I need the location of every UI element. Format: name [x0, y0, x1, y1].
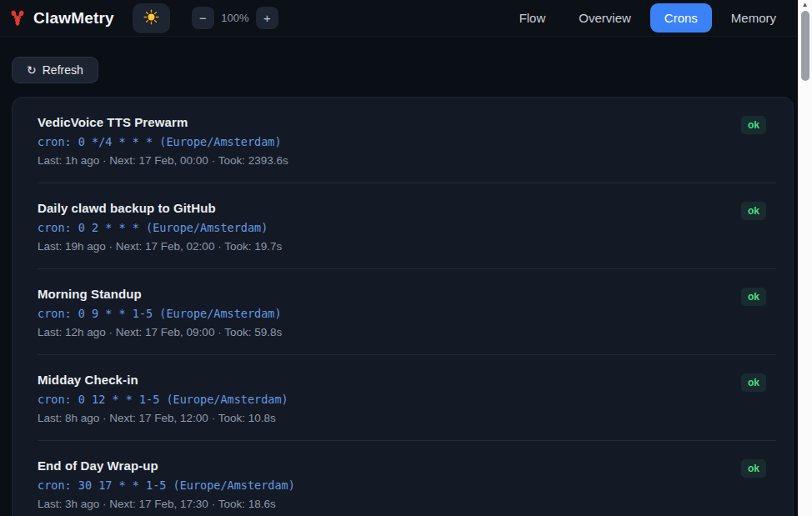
scroll-up-icon[interactable]: ▲: [798, 0, 812, 10]
nav-item-flow[interactable]: Flow: [505, 3, 560, 33]
sun-icon: [143, 9, 159, 28]
nav-item-memory[interactable]: Memory: [717, 3, 790, 33]
cron-name: End of Day Wrap-up: [38, 458, 776, 473]
cron-name: Daily clawd backup to GitHub: [38, 201, 776, 215]
cron-row: VedicVoice TTS Prewarm cron: 0 */4 * * *…: [38, 98, 776, 183]
cron-expression: cron: 30 17 * * 1-5 (Europe/Amsterdam): [38, 478, 776, 492]
cron-name: VedicVoice TTS Prewarm: [38, 115, 776, 129]
status-badge: ok: [741, 459, 766, 478]
cron-row: Morning Standup cron: 0 9 * * 1-5 (Europ…: [38, 269, 776, 355]
app-title: ClawMetry: [33, 9, 114, 28]
refresh-button[interactable]: ↻ Refresh: [12, 57, 98, 83]
cron-list-card: VedicVoice TTS Prewarm cron: 0 */4 * * *…: [12, 97, 794, 516]
main-nav: Flow Overview Crons Memory: [505, 3, 790, 33]
status-badge: ok: [741, 116, 766, 134]
zoom-controls: − 100% +: [192, 7, 278, 29]
nav-item-crons[interactable]: Crons: [650, 3, 712, 33]
refresh-label: Refresh: [43, 63, 83, 77]
toolbar: ↻ Refresh: [0, 37, 812, 83]
scrollbar[interactable]: ▲: [798, 0, 812, 516]
status-badge: ok: [741, 202, 766, 220]
cron-meta: Last: 19h ago · Next: 17 Feb, 02:00 · To…: [38, 240, 776, 253]
nav-item-overview[interactable]: Overview: [564, 3, 645, 33]
cron-meta: Last: 12h ago · Next: 17 Feb, 09:00 · To…: [38, 326, 776, 338]
cron-row: End of Day Wrap-up cron: 30 17 * * 1-5 (…: [38, 441, 776, 516]
status-badge: ok: [741, 288, 766, 306]
header: ClawMetry − 100% + Flow: [0, 0, 812, 37]
refresh-icon: ↻: [27, 63, 37, 77]
cron-row: Daily clawd backup to GitHub cron: 0 2 *…: [38, 183, 776, 269]
cron-name: Morning Standup: [38, 287, 776, 301]
cron-meta: Last: 3h ago · Next: 17 Feb, 17:30 · Too…: [38, 498, 776, 510]
cron-meta: Last: 8h ago · Next: 17 Feb, 12:00 · Too…: [38, 412, 776, 424]
lobster-icon: [8, 9, 27, 28]
brand: ClawMetry: [8, 9, 114, 28]
cron-expression: cron: 0 12 * * 1-5 (Europe/Amsterdam): [38, 393, 776, 406]
cron-expression: cron: 0 2 * * * (Europe/Amsterdam): [38, 221, 776, 234]
theme-toggle-button[interactable]: [133, 3, 170, 33]
status-badge: ok: [741, 373, 766, 392]
cron-meta: Last: 1h ago · Next: 17 Feb, 00:00 · Too…: [38, 154, 776, 167]
cron-list: VedicVoice TTS Prewarm cron: 0 */4 * * *…: [13, 98, 793, 516]
cron-expression: cron: 0 */4 * * * (Europe/Amsterdam): [38, 135, 776, 148]
zoom-out-button[interactable]: −: [192, 7, 214, 29]
cron-expression: cron: 0 9 * * 1-5 (Europe/Amsterdam): [38, 307, 776, 320]
zoom-in-button[interactable]: +: [256, 7, 278, 29]
cron-row: Midday Check-in cron: 0 12 * * 1-5 (Euro…: [38, 355, 776, 441]
zoom-level: 100%: [221, 12, 249, 24]
cron-name: Midday Check-in: [38, 373, 776, 387]
scrollbar-thumb[interactable]: [801, 11, 809, 81]
